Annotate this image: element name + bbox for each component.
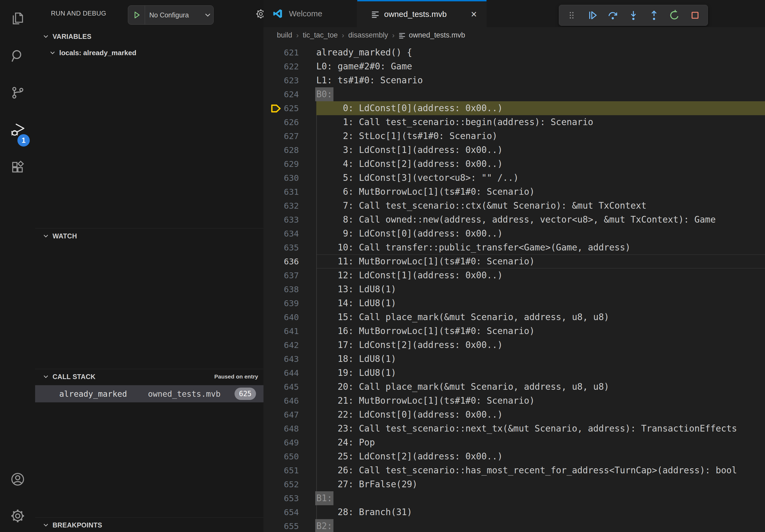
code-line[interactable]: 631 6: MutBorrowLoc[1](ts#1#0: Scenario) <box>264 185 765 199</box>
gutter-cell[interactable]: 642 <box>264 338 316 352</box>
breadcrumb-file[interactable]: owned_tests.mvb <box>398 31 465 39</box>
locals-scope-row[interactable]: locals: already_marked <box>35 45 264 61</box>
code-line[interactable]: 632 7: Call test_scenario::ctx(&mut Scen… <box>264 199 765 213</box>
code-line[interactable]: 641 16: MutBorrowLoc[1](ts#1#0: Scenario… <box>264 324 765 338</box>
gutter-cell[interactable]: 651 <box>264 463 316 477</box>
gutter-cell[interactable]: 631 <box>264 185 316 199</box>
code-line[interactable]: 624B0: <box>264 87 765 101</box>
source-control-icon[interactable] <box>0 84 35 101</box>
code-line[interactable]: 648 23: Call test_scenario::next_tx(&mut… <box>264 421 765 435</box>
code-line[interactable]: 639 14: LdU8(1) <box>264 296 765 310</box>
code-line[interactable]: 652 27: BrFalse(29) <box>264 477 765 491</box>
code-line[interactable]: 634 9: LdConst[0](address: 0x00..) <box>264 227 765 241</box>
code-line[interactable]: 645 20: Call place_mark(&mut Scenario, a… <box>264 380 765 394</box>
gutter-cell[interactable]: 626 <box>264 115 316 129</box>
gutter-cell[interactable]: 622 <box>264 60 316 73</box>
gutter-cell[interactable]: 627 <box>264 129 316 143</box>
code-line[interactable]: 635 10: Call transfer::public_transfer<G… <box>264 241 765 254</box>
code-line[interactable]: 647 22: LdConst[0](address: 0x00..) <box>264 408 765 421</box>
gutter-cell[interactable]: 641 <box>264 324 316 338</box>
code-line[interactable]: 646 21: MutBorrowLoc[1](ts#1#0: Scenario… <box>264 394 765 408</box>
gutter-cell[interactable]: 649 <box>264 435 316 449</box>
gutter-cell[interactable]: 624 <box>264 87 316 101</box>
step-out-icon[interactable] <box>646 8 662 23</box>
gutter-cell[interactable]: 646 <box>264 394 316 408</box>
step-over-icon[interactable] <box>605 8 620 23</box>
gutter-cell[interactable]: 645 <box>264 380 316 394</box>
code-line[interactable]: 643 18: LdU8(1) <box>264 352 765 366</box>
gutter-cell[interactable]: 637 <box>264 268 316 282</box>
watch-section-header[interactable]: WATCH <box>35 228 264 243</box>
breadcrumb-item[interactable]: tic_tac_toe <box>303 31 338 39</box>
drag-grip-icon[interactable] <box>564 8 579 23</box>
gutter-cell[interactable]: 643 <box>264 352 316 366</box>
start-debugging-button[interactable]: No Configura <box>128 5 214 25</box>
continue-icon[interactable] <box>585 8 600 23</box>
code-line[interactable]: 628 3: LdConst[1](address: 0x00..) <box>264 143 765 157</box>
code-line[interactable]: 621already_marked() { <box>264 46 765 60</box>
code-line[interactable]: 637 12: LdConst[1](address: 0x00..) <box>264 268 765 282</box>
gutter-cell[interactable]: 652 <box>264 477 316 491</box>
code-line[interactable]: 644 19: LdU8(1) <box>264 366 765 380</box>
gutter-cell[interactable]: 639 <box>264 296 316 310</box>
gutter-cell[interactable]: 632 <box>264 199 316 213</box>
gutter-cell[interactable]: 630 <box>264 171 316 185</box>
gutter-cell[interactable]: 633 <box>264 213 316 227</box>
step-into-icon[interactable] <box>626 8 641 23</box>
gutter-cell[interactable]: 650 <box>264 449 316 463</box>
code-line[interactable]: 625 0: LdConst[0](address: 0x00..) <box>264 101 765 115</box>
gutter-cell[interactable]: 647 <box>264 408 316 421</box>
gutter-cell[interactable]: 655 <box>264 519 316 532</box>
gutter-cell[interactable]: 644 <box>264 366 316 380</box>
gutter-cell[interactable]: 621 <box>264 46 316 60</box>
code-line[interactable]: 623L1: ts#1#0: Scenario <box>264 73 765 87</box>
breakpoints-section-header[interactable]: BREAKPOINTS <box>35 518 264 532</box>
code-line[interactable]: 654 28: Branch(31) <box>264 505 765 519</box>
code-line[interactable]: 626 1: Call test_scenario::begin(address… <box>264 115 765 129</box>
gutter-cell[interactable]: 628 <box>264 143 316 157</box>
gutter-cell[interactable]: 648 <box>264 421 316 435</box>
gutter-cell[interactable]: 625 <box>264 101 316 115</box>
play-icon[interactable] <box>128 10 145 20</box>
variables-section-header[interactable]: VARIABLES <box>35 29 264 44</box>
code-line[interactable]: 630 5: LdConst[3](vector<u8>: "" /..) <box>264 171 765 185</box>
extensions-icon[interactable] <box>0 159 35 176</box>
search-icon[interactable] <box>0 47 35 65</box>
code-line[interactable]: 629 4: LdConst[2](address: 0x00..) <box>264 157 765 171</box>
breadcrumb-item[interactable]: disassembly <box>348 31 388 39</box>
debug-configuration-select[interactable]: No Configura <box>149 11 204 19</box>
tab-welcome[interactable]: Welcome <box>264 0 357 27</box>
code-line[interactable]: 651 26: Call test_scenario::has_most_rec… <box>264 463 765 477</box>
code-line[interactable]: 638 13: LdU8(1) <box>264 282 765 296</box>
breadcrumb-item[interactable]: build <box>277 31 292 39</box>
code-line[interactable]: 649 24: Pop <box>264 435 765 449</box>
gutter-cell[interactable]: 640 <box>264 310 316 324</box>
code-line[interactable]: 633 8: Call owned::new(address, address,… <box>264 213 765 227</box>
gutter-cell[interactable]: 635 <box>264 241 316 254</box>
code-line[interactable]: 642 17: LdConst[2](address: 0x00..) <box>264 338 765 352</box>
close-icon[interactable]: × <box>471 9 477 19</box>
gutter-cell[interactable]: 638 <box>264 282 316 296</box>
code-line[interactable]: 627 2: StLoc[1](ts#1#0: Scenario) <box>264 129 765 143</box>
chevron-down-icon[interactable] <box>204 11 212 19</box>
stack-frame-row[interactable]: already_marked owned_tests.mvb 625 <box>35 385 264 402</box>
line-number: 624 <box>264 87 316 101</box>
accounts-icon[interactable] <box>0 471 35 488</box>
gutter-cell[interactable]: 629 <box>264 157 316 171</box>
code-line[interactable]: 636 11: MutBorrowLoc[1](ts#1#0: Scenario… <box>264 254 765 268</box>
code-line[interactable]: 622L0: game#2#0: Game <box>264 60 765 73</box>
gutter-cell[interactable]: 623 <box>264 73 316 87</box>
tab-owned-tests[interactable]: owned_tests.mvb × <box>357 0 486 27</box>
code-line[interactable]: 650 25: LdConst[2](address: 0x00..) <box>264 449 765 463</box>
stop-icon[interactable] <box>687 8 703 23</box>
settings-gear-icon[interactable] <box>0 507 35 524</box>
code-line[interactable]: 655B2: <box>264 519 765 532</box>
code-line[interactable]: 653B1: <box>264 491 765 505</box>
restart-icon[interactable] <box>667 8 682 23</box>
explorer-icon[interactable] <box>0 10 35 27</box>
gutter-cell[interactable]: 654 <box>264 505 316 519</box>
gutter-cell[interactable]: 636 <box>264 254 316 268</box>
gutter-cell[interactable]: 634 <box>264 227 316 241</box>
code-line[interactable]: 640 15: Call place_mark(&mut Scenario, a… <box>264 310 765 324</box>
gutter-cell[interactable]: 653 <box>264 491 316 505</box>
